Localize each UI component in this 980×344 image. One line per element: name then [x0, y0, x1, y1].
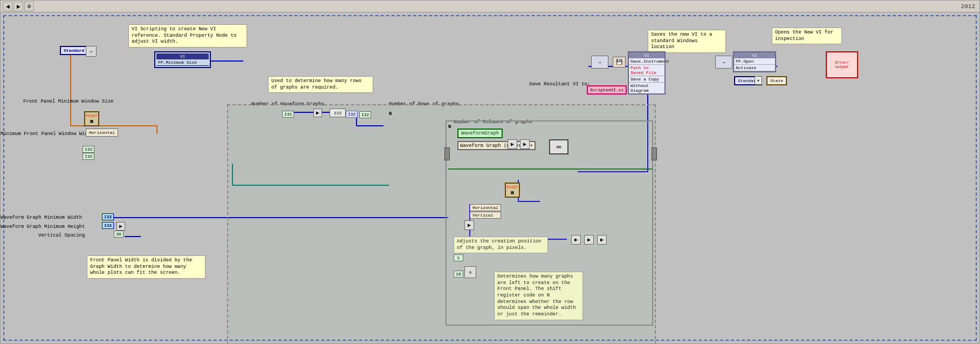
comment-vi-scripting: VI Scripting to create New VI reference.…: [128, 24, 247, 48]
constant-i32-2[interactable]: I32: [83, 153, 94, 160]
vi-node-header: VI: [156, 53, 209, 59]
fp-open-vi-ref-node[interactable]: VI FP.Open Activate: [733, 51, 776, 72]
n-label-inner: N: [448, 124, 451, 130]
label-waveform-min-width: Waveform Graph Minimum Width: [1, 215, 82, 220]
horizontal-function: Horizontal: [86, 129, 118, 137]
constant-1[interactable]: 1: [454, 254, 463, 261]
save-instrument-row: Save.Instrument: [629, 58, 664, 65]
state-control[interactable]: State: [766, 76, 787, 85]
waveform-width-const[interactable]: I32: [102, 213, 114, 220]
without-diagram-row: Without Diagram: [629, 83, 664, 93]
fp-open-row: FP.Open: [734, 58, 775, 65]
shift-reg-right: [652, 147, 657, 160]
point-icon-2: POINT ▦: [505, 183, 520, 198]
sub-icon-small: ⊙: [464, 266, 476, 278]
main-container: ◀ ▶ ⚙ 2012: [0, 0, 980, 344]
comment-used-to-determine: Used to determine how many rows of graph…: [268, 76, 373, 93]
activate-row: Activate: [734, 65, 775, 71]
arrow-fn-inner-1: ▶: [508, 139, 517, 149]
forward-button[interactable]: ▶: [13, 2, 23, 11]
save-connector-icon: 💾: [613, 57, 626, 68]
point-icon-1: POINT ▦: [84, 111, 99, 126]
scripted-vi-label: ScriptedVI.vi: [587, 85, 627, 95]
back-button[interactable]: ◀: [3, 2, 12, 11]
i32-output-1: I32: [330, 109, 346, 117]
dropdown-arrow-standard[interactable]: ▾: [755, 76, 762, 85]
vertical-spacing-const[interactable]: 30: [114, 231, 124, 238]
path-saved-row: Path to Saved File: [629, 65, 664, 76]
arrow-fn-pos-4: ▶: [597, 235, 607, 245]
waveform-graph-label-box: WaveformGraph: [457, 129, 503, 138]
save-vi-header: VI: [629, 52, 664, 58]
toolbar: ◀ ▶ ⚙ 2012: [1, 1, 979, 12]
label-front-panel-min: Front Panel Minimum Window Size: [23, 99, 113, 104]
label-min-front-panel: Minimum Front Panel Window Width: [1, 131, 94, 137]
canvas: VI Scripting to create New VI reference.…: [1, 12, 979, 343]
arrow-fn-pos-1: ▶: [464, 220, 474, 230]
error-node: Error/ output: [826, 51, 858, 78]
arrow-fn-pos-3: ▶: [584, 235, 594, 245]
connector-icon-1: ⇒: [86, 46, 97, 57]
horiz-vert-block: Horizontal Vertical: [470, 204, 501, 219]
comment-front-panel-divided: Front Panel Width is divided by the Grap…: [87, 255, 205, 279]
arrow-fn-width: ▶: [116, 222, 125, 231]
comment-saves-new-vi: Saves the new VI to a standard Windows l…: [648, 30, 726, 53]
run-button[interactable]: ⚙: [24, 2, 34, 11]
label-waveform-min-height: Waveform Graph Minimum Height: [1, 224, 85, 230]
i32-top-output: I32: [346, 111, 358, 118]
constant-num-waveform[interactable]: I32: [282, 111, 294, 118]
save-copy-row: Save a Copy: [629, 76, 664, 83]
fp-minimum-size-row: FP.Minimum Size: [156, 59, 209, 66]
waveform-height-const[interactable]: I32: [102, 222, 114, 229]
subvi-icon-inner: ▦▦: [549, 139, 568, 154]
constant-10[interactable]: 10: [454, 271, 463, 278]
fp-open-vi-header: VI: [734, 52, 775, 58]
shift-reg-left: [444, 147, 450, 160]
arrow-fn-inner-2: ▶: [520, 139, 530, 149]
arrow-fn-1: ▶: [313, 109, 322, 117]
n-label-outer: N: [389, 111, 392, 117]
arrow-fn-pos-2: ▶: [571, 235, 581, 245]
constant-i32-1[interactable]: I32: [83, 146, 94, 153]
open-inspect-connector: ⇒: [715, 56, 732, 69]
vi-property-node-fp[interactable]: VI FP.Minimum Size: [154, 51, 211, 68]
constant-rows[interactable]: I32: [359, 111, 371, 118]
save-resultant-connector: ⇒: [591, 56, 608, 69]
save-vi-ref-node[interactable]: VI Save.Instrument Path to Saved File Sa…: [628, 51, 666, 95]
year-label: 2012: [961, 3, 975, 10]
label-save-resultant: Save Resultant VI to:: [529, 82, 590, 87]
comment-opens-new-vi: Opens the New VI for inspection: [772, 28, 842, 44]
label-vertical-spacing: Vertical Spacing: [38, 233, 85, 238]
